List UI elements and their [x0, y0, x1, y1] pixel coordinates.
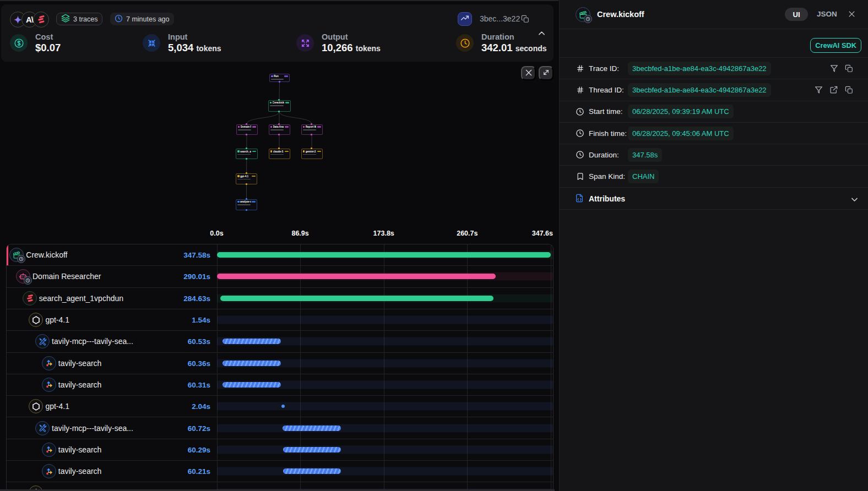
copy-icon[interactable] — [521, 15, 529, 25]
expand-graph-button[interactable] — [539, 66, 554, 80]
span-row[interactable]: Crew.kickoff 347.58s — [7, 244, 553, 266]
dollar-circle-icon — [10, 34, 28, 52]
trace-graph-canvas[interactable]: Run Crew.kickoff Domain Research Data An… — [1, 64, 554, 222]
funnel-icon[interactable] — [815, 86, 823, 94]
tab-json[interactable]: JSON — [817, 10, 837, 18]
robot-icon — [16, 269, 30, 283]
field-row: Finish time: 06/28/2025, 09:45:06 AM UTC — [560, 122, 868, 144]
trace-age-badge[interactable]: 7 minutes ago — [110, 13, 174, 25]
graph-node-icon — [271, 75, 273, 78]
span-track — [217, 467, 554, 476]
span-row[interactable]: tavily-search 60.29s — [7, 439, 553, 461]
graph-node-icon — [237, 150, 240, 152]
graph-node-subtitle — [238, 129, 251, 130]
field-row: Start time: 06/28/2025, 09:39:19 AM UTC — [560, 101, 868, 122]
stat-cost: Cost $0.07 — [10, 33, 61, 53]
field-value[interactable]: 347.58s — [628, 148, 662, 162]
metrics-chart-button[interactable] — [458, 12, 472, 26]
span-label: Domain Researcher — [32, 272, 101, 281]
span-row[interactable]: tavily-search 60.36s — [7, 353, 553, 374]
axis-tick-label: 173.8s — [373, 230, 394, 237]
trace-overview-section: A\ 3 traces 7 minutes ago 3bec...3e22 — [0, 0, 558, 491]
span-bar[interactable] — [217, 274, 496, 279]
span-label: tavily-search — [58, 467, 102, 476]
trace-summary-card: A\ 3 traces 7 minutes ago 3bec...3e22 — [1, 4, 554, 62]
span-track — [217, 402, 554, 411]
tab-ui[interactable]: UI — [785, 8, 808, 21]
bookmark-icon — [575, 172, 585, 182]
span-bar[interactable] — [283, 447, 341, 452]
axis-tick-label: 260.7s — [457, 230, 478, 237]
span-row[interactable]: tavily-search 60.31s — [7, 374, 553, 396]
field-label: Trace ID: — [589, 64, 619, 73]
graph-node-icon — [303, 150, 305, 152]
span-track — [217, 424, 554, 432]
graph-node-cs[interactable]: claude-3.7-sonnet — [269, 149, 290, 159]
file-json-icon — [575, 194, 584, 205]
span-bar[interactable] — [217, 252, 551, 258]
tavily-icon — [42, 378, 56, 392]
span-bar[interactable] — [223, 361, 280, 366]
layers-icon — [61, 14, 70, 24]
span-bar[interactable] — [223, 382, 280, 388]
hash-icon — [575, 63, 585, 73]
span-row[interactable]: search_agent_1vpchdun 284.63s — [7, 288, 553, 309]
stat-value: 10,266 tokens — [322, 42, 381, 54]
span-bar[interactable] — [220, 296, 494, 301]
graph-node-icon — [270, 102, 272, 104]
external-link-icon[interactable] — [829, 85, 838, 94]
graph-node-ad[interactable]: analyze-data — [236, 199, 257, 210]
graph-node-rw[interactable]: Report Writer — [301, 124, 323, 135]
graph-node-subtitle — [271, 79, 284, 79]
graph-node-badge — [252, 176, 256, 177]
field-value[interactable]: 06/28/2025, 09:39:19 AM UTC — [628, 105, 734, 118]
field-label: Start time: — [589, 107, 623, 116]
graph-node-badge — [252, 151, 256, 152]
field-value[interactable]: 3becbfed-a1be-ae84-ea3c-4942867a3e22 — [628, 83, 771, 97]
span-duration: 290.01s — [183, 272, 210, 281]
tools-icon — [35, 334, 50, 348]
field-value[interactable]: 06/28/2025, 09:45:06 AM UTC — [628, 127, 734, 140]
span-bar[interactable] — [283, 468, 341, 474]
span-bar[interactable] — [283, 425, 341, 431]
close-graph-button[interactable] — [521, 66, 536, 80]
copy-icon[interactable] — [845, 86, 853, 94]
stat-input: Input 5,034 tokens — [143, 33, 221, 53]
graph-node-label: gpt-4.1 — [240, 175, 251, 178]
traces-count-label: 3 traces — [73, 15, 97, 23]
graph-node-g41[interactable]: gpt-4.1 — [236, 173, 257, 184]
span-row[interactable]: tavily-search 60.21s — [7, 461, 553, 482]
close-panel-icon[interactable] — [848, 10, 856, 20]
span-row[interactable]: tavily-mcp---tavily-sea... 60.53s — [7, 331, 553, 352]
field-value[interactable]: 3becbfed-a1be-ae84-ea3c-4942867a3e22 — [628, 62, 771, 75]
span-label: tavily-mcp---tavily-sea... — [52, 424, 133, 433]
graph-node-subtitle — [237, 154, 251, 155]
hash-icon — [575, 85, 585, 95]
span-label: tavily-mcp---tavily-sea... — [52, 337, 133, 346]
field-label: Duration: — [589, 151, 619, 159]
graph-connector-dot — [246, 209, 247, 211]
graph-node-dr[interactable]: Domain Research — [236, 124, 258, 135]
funnel-icon[interactable] — [830, 64, 838, 73]
traces-count-badge[interactable]: 3 traces — [56, 13, 102, 25]
attributes-row[interactable]: Attributes — [560, 187, 868, 210]
graph-node-icon — [237, 175, 240, 177]
trace-viewer-page: A\ 3 traces 7 minutes ago 3bec...3e22 — [0, 0, 868, 491]
span-row[interactable]: Domain Researcher 290.01s — [7, 266, 553, 287]
graph-node-badge — [285, 151, 289, 152]
field-value[interactable]: CHAIN — [628, 170, 659, 183]
stat-label: Input — [168, 32, 221, 42]
span-dot[interactable] — [281, 405, 285, 408]
axis-tick-label: 0.0s — [210, 230, 223, 237]
trace-short-id: 3bec...3e22 — [480, 14, 520, 23]
span-row[interactable]: tavily-mcp---tavily-sea... 60.72s — [7, 417, 553, 439]
graph-node-da[interactable]: Data Analyst — [269, 124, 290, 135]
graph-connector-dot — [279, 81, 280, 83]
graph-node-gm[interactable]: gemini-2.5-pro-pr — [301, 149, 323, 159]
panel-title: Crew.kickoff — [597, 10, 644, 19]
span-bar[interactable] — [223, 339, 281, 344]
copy-icon[interactable] — [845, 64, 853, 73]
span-row[interactable]: gpt-4.1 1.54s — [7, 309, 553, 331]
graph-node-crew[interactable]: Crew.kickoff — [268, 100, 291, 112]
span-row[interactable]: gpt-4.1 2.04s — [7, 396, 553, 417]
